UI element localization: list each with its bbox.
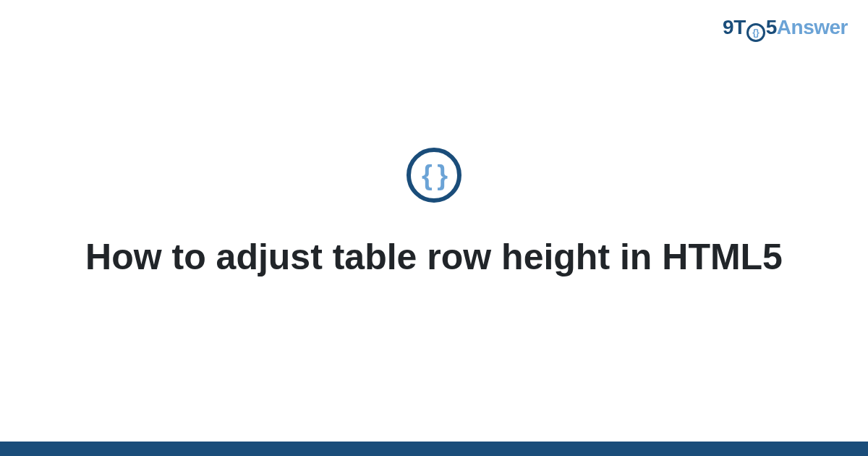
- footer-bar: [0, 442, 868, 456]
- braces-glyph: { }: [422, 161, 446, 189]
- main-content: { } How to adjust table row height in HT…: [0, 0, 868, 456]
- code-braces-icon: { }: [407, 148, 461, 203]
- page-title: How to adjust table row height in HTML5: [85, 235, 783, 280]
